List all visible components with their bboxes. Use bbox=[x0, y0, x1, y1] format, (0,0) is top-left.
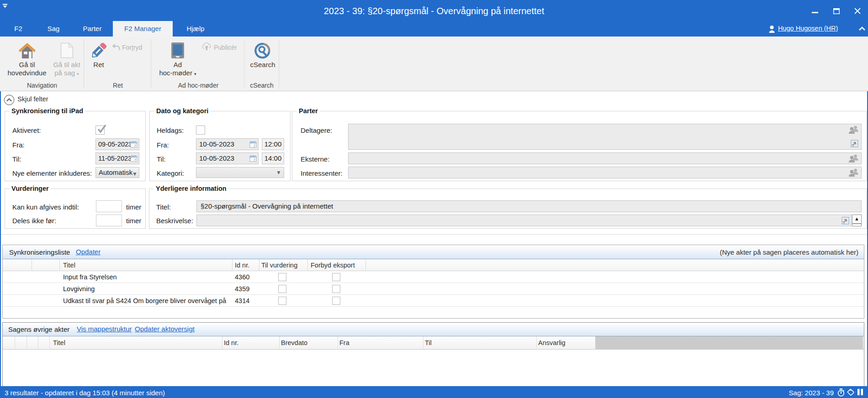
svg-text:7: 7 bbox=[134, 158, 137, 162]
svg-text:7: 7 bbox=[254, 158, 256, 162]
svg-text:7: 7 bbox=[134, 144, 137, 148]
svg-text:7: 7 bbox=[254, 144, 256, 148]
